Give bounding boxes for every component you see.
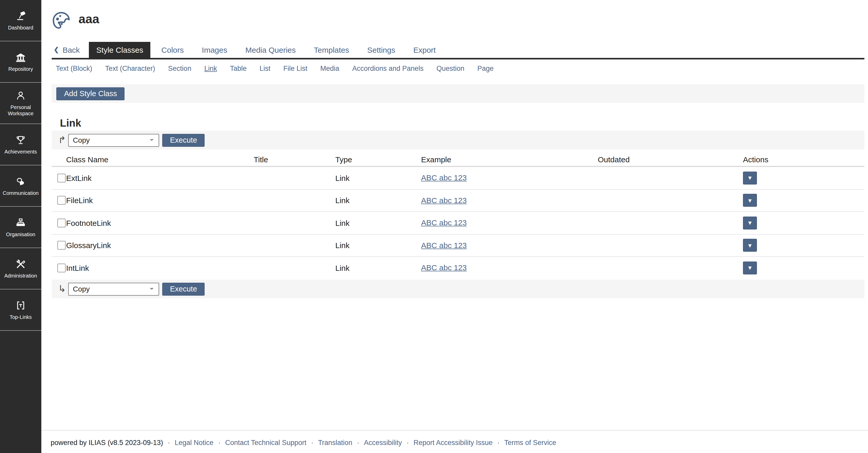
- dot-separator: ·: [407, 439, 409, 447]
- cell-type: Link: [335, 219, 421, 228]
- bulk-actions-top: ↱ Copy ⌄ Execute: [52, 131, 864, 149]
- example-link[interactable]: ABC abc 123: [421, 241, 467, 250]
- table-row: FootnoteLink Link ABC abc 123 ▼: [52, 212, 864, 234]
- example-link[interactable]: ABC abc 123: [421, 218, 467, 227]
- row-checkbox[interactable]: [57, 264, 66, 272]
- table-row: IntLink Link ABC abc 123 ▼: [52, 257, 864, 279]
- column-example: Example: [421, 155, 598, 163]
- sidebar-item[interactable]: Administration: [0, 248, 41, 290]
- example-link[interactable]: ABC abc 123: [421, 196, 467, 205]
- footer-link[interactable]: Translation: [318, 439, 352, 447]
- back-button[interactable]: ❮ Back: [52, 42, 85, 58]
- row-checkbox[interactable]: [57, 241, 66, 250]
- powered-by-text: powered by ILIAS (v8.5 2023-09-13): [51, 439, 163, 447]
- cell-class-name: IntLink: [66, 264, 254, 272]
- row-actions-dropdown-button[interactable]: ▼: [743, 239, 757, 252]
- subtab[interactable]: Section: [168, 65, 191, 72]
- dot-separator: ·: [218, 439, 220, 447]
- sidebar-item-icon: [14, 299, 27, 312]
- cell-type: Link: [335, 264, 421, 272]
- tab[interactable]: Templates: [307, 42, 356, 58]
- cell-type: Link: [335, 241, 421, 250]
- dot-separator: ·: [311, 439, 313, 447]
- row-checkbox[interactable]: [57, 219, 66, 228]
- bulk-action-select-top[interactable]: Copy ⌄: [68, 133, 159, 147]
- dot-separator: ·: [357, 439, 359, 447]
- chevron-left-icon: ❮: [54, 46, 59, 53]
- footer-link[interactable]: Terms of Service: [504, 439, 556, 447]
- footer-link[interactable]: Legal Notice: [175, 439, 213, 447]
- subtab[interactable]: Page: [477, 65, 494, 72]
- row-actions-dropdown-button[interactable]: ▼: [743, 194, 757, 207]
- row-checkbox[interactable]: [57, 174, 66, 182]
- footer-link[interactable]: Contact Technical Support: [225, 439, 306, 447]
- example-link[interactable]: ABC abc 123: [421, 263, 467, 272]
- row-checkbox[interactable]: [57, 196, 66, 205]
- example-link[interactable]: ABC abc 123: [421, 173, 467, 182]
- row-actions-dropdown-button[interactable]: ▼: [743, 216, 757, 230]
- sidebar-item-icon: [14, 51, 27, 64]
- cell-class-name: FootnoteLink: [66, 219, 254, 228]
- subtab[interactable]: File List: [283, 65, 307, 72]
- cell-type: Link: [335, 196, 421, 205]
- sidebar-item[interactable]: Communication: [0, 165, 41, 207]
- tab-bar: ❮ Back Style ClassesColorsImagesMedia Qu…: [52, 42, 864, 59]
- sidebar-item-icon: [14, 216, 27, 229]
- add-style-class-button[interactable]: Add Style Class: [56, 87, 125, 100]
- footer-link[interactable]: Report Accessibility Issue: [413, 439, 493, 447]
- style-editor-page: Dashboard Repository Personal Workspace …: [0, 0, 868, 453]
- tab[interactable]: Images: [194, 42, 234, 58]
- execute-button-bottom[interactable]: Execute: [162, 282, 205, 295]
- cell-class-name: ExtLink: [66, 174, 254, 182]
- arrow-down-right-icon: ↳: [57, 283, 67, 295]
- subtab[interactable]: List: [259, 65, 271, 72]
- page-title: aaa: [79, 12, 99, 26]
- caret-down-icon: ▼: [747, 220, 753, 226]
- caret-down-icon: ▼: [747, 242, 753, 249]
- bulk-action-selected-value: Copy: [73, 136, 90, 144]
- sidebar-item[interactable]: Top-Links: [0, 290, 41, 331]
- subtab[interactable]: Media: [320, 65, 339, 72]
- sidebar-item[interactable]: Personal Workspace: [0, 83, 41, 124]
- sidebar-item[interactable]: Dashboard: [0, 0, 41, 41]
- row-actions-dropdown-button[interactable]: ▼: [743, 172, 757, 184]
- caret-down-icon: ▼: [747, 198, 753, 204]
- sidebar-item[interactable]: Repository: [0, 41, 41, 83]
- footer-link[interactable]: Accessibility: [364, 439, 402, 447]
- sub-tabs: Text (Block)Text (Character)SectionLinkT…: [56, 65, 494, 72]
- tab[interactable]: Colors: [154, 42, 191, 58]
- back-label: Back: [63, 46, 80, 54]
- footer: powered by ILIAS (v8.5 2023-09-13) · Leg…: [51, 439, 556, 447]
- subtab[interactable]: Text (Character): [105, 65, 155, 72]
- table-header-row: Class Name Title Type Example Outdated A…: [52, 152, 864, 167]
- main-sidebar: Dashboard Repository Personal Workspace …: [0, 0, 41, 453]
- subtab[interactable]: Link: [204, 65, 217, 72]
- bulk-actions-bottom: ↳ Copy ⌄ Execute: [52, 280, 864, 298]
- tab[interactable]: Export: [406, 42, 443, 58]
- sidebar-item-label: Achievements: [4, 149, 37, 155]
- execute-button-top[interactable]: Execute: [162, 133, 205, 147]
- sidebar-item-label: Communication: [3, 190, 39, 197]
- sidebar-item-label: Top-Links: [9, 314, 32, 321]
- sidebar-item-label: Repository: [8, 66, 33, 72]
- footer-links: · Legal Notice · Contact Technical Suppo…: [163, 439, 556, 447]
- dot-separator: ·: [168, 439, 170, 447]
- tab[interactable]: Settings: [360, 42, 402, 58]
- column-class-name: Class Name: [66, 155, 254, 163]
- sidebar-item[interactable]: Organisation: [0, 207, 41, 248]
- table-body: ExtLink Link ABC abc 123 ▼ FileLink Link…: [52, 167, 864, 279]
- row-actions-dropdown-button[interactable]: ▼: [743, 262, 757, 274]
- sidebar-item-label: Organisation: [6, 232, 35, 238]
- subtab[interactable]: Question: [437, 65, 464, 72]
- tab[interactable]: Media Queries: [238, 42, 303, 58]
- subtab[interactable]: Text (Block): [56, 65, 92, 72]
- bulk-action-select-bottom[interactable]: Copy ⌄: [68, 282, 159, 295]
- section-heading: Link: [60, 117, 81, 129]
- subtab[interactable]: Accordions and Panels: [352, 65, 424, 72]
- sidebar-item[interactable]: Achievements: [0, 124, 41, 165]
- subtab[interactable]: Table: [230, 65, 247, 72]
- tab[interactable]: Style Classes: [89, 42, 151, 59]
- sidebar-item-icon: [14, 175, 27, 188]
- sidebar-item-icon: [14, 89, 27, 102]
- tabs: Style ClassesColorsImagesMedia QueriesTe…: [89, 42, 443, 58]
